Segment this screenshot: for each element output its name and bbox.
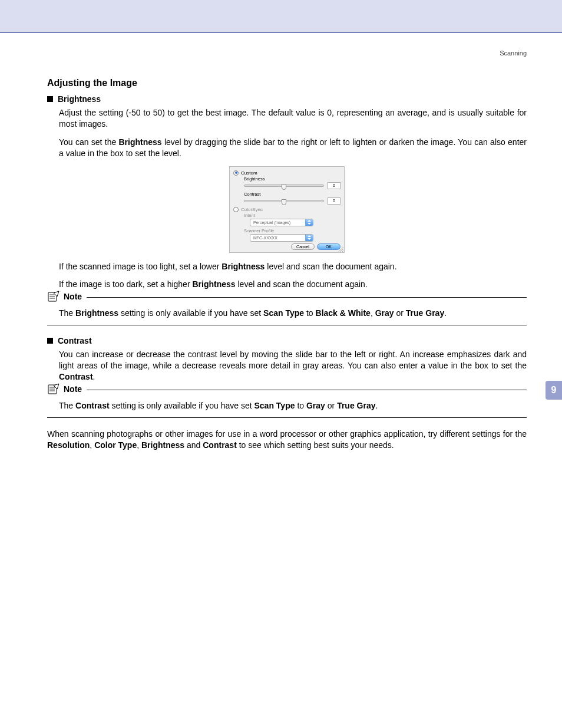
intent-label: Intent [244, 213, 340, 218]
note-icon [47, 291, 60, 302]
bold-text: Contrast [203, 440, 237, 450]
intent-dropdown[interactable]: Perceptual (Images) [250, 219, 313, 226]
contrast-label: Contrast [58, 336, 92, 345]
text: to [295, 401, 306, 410]
slider-thumb-icon [282, 199, 286, 205]
bold-text: True Gray [406, 308, 444, 318]
note-label: Note [64, 384, 82, 394]
note-heading: Note [47, 383, 87, 395]
note-heading: Note [47, 291, 87, 302]
text: , [137, 440, 141, 450]
colorsync-radio-label: ColorSync [241, 207, 263, 212]
scanner-profile-dropdown[interactable]: MFC-XXXXX [250, 234, 313, 242]
scanner-profile-label: Scanner Profile [244, 228, 340, 233]
brightness-label: Brightness [58, 94, 101, 104]
closing-para: When scanning photographs or other image… [47, 429, 527, 451]
note-block-contrast: Note The Contrast setting is only availa… [47, 390, 527, 418]
colorsync-block: Intent Perceptual (Images) Scanner Profi… [233, 213, 340, 242]
adjust-image-dialog: Custom Brightness 0 Contrast 0 [229, 166, 345, 253]
bold-text: True Gray [337, 401, 375, 410]
dropdown-arrow-icon [305, 235, 313, 241]
brightness-slider-label: Brightness [244, 176, 340, 182]
bold-text: Brightness [141, 440, 184, 450]
radio-off-icon [233, 207, 239, 212]
bold-text: Gray [375, 308, 394, 318]
dialog-buttons: Cancel OK [233, 243, 340, 250]
note-icon [47, 383, 60, 395]
brightness-para-4: If the image is too dark, set a higher B… [59, 279, 527, 290]
bold-text: Contrast [75, 401, 110, 410]
brightness-slider[interactable] [244, 185, 324, 187]
square-bullet-icon [47, 96, 53, 102]
bold-text: Contrast [59, 372, 93, 381]
section-heading: Adjusting the Image [47, 78, 527, 88]
brightness-para-3: If the scanned image is too light, set a… [59, 261, 527, 272]
text: . [444, 308, 447, 318]
running-head: Scanning [0, 50, 562, 57]
cancel-button[interactable]: Cancel [291, 243, 315, 250]
note-body-brightness: The Brightness setting is only available… [59, 308, 527, 319]
note-block-brightness: Note The Brightness setting is only avai… [47, 297, 527, 325]
custom-radio-label: Custom [241, 170, 257, 176]
content-area: Adjusting the Image Brightness Adjust th… [0, 78, 562, 451]
text: setting is only available if you have se… [118, 308, 263, 318]
text: level and scan the document again. [265, 262, 396, 271]
bold-text: Brightness [222, 262, 265, 271]
page-wrapper: Scanning Adjusting the Image Brightness … [0, 33, 562, 451]
intent-value: Perceptual (Images) [250, 219, 305, 226]
contrast-slider[interactable] [244, 200, 324, 202]
text: setting is only available if you have se… [110, 401, 254, 410]
brightness-para-2: You can set the Brightness level by drag… [59, 137, 527, 159]
contrast-slider-row: 0 [244, 197, 340, 205]
slider-thumb-icon [282, 184, 286, 190]
text: level and scan the document again. [236, 279, 368, 289]
bold-text: Color Type [94, 440, 137, 450]
bold-text: Black & White [316, 308, 371, 318]
contrast-slider-label: Contrast [244, 192, 340, 197]
text: You can increase or decrease the contras… [59, 350, 527, 370]
text: The [59, 308, 75, 318]
custom-radio-row[interactable]: Custom [233, 170, 340, 176]
square-bullet-icon [47, 338, 53, 344]
bold-text: Scan Type [254, 401, 295, 410]
text: When scanning photographs or other image… [47, 429, 527, 439]
radio-on-icon [233, 170, 239, 176]
dropdown-arrow-icon [305, 219, 313, 226]
dialog-screenshot: Custom Brightness 0 Contrast 0 [47, 166, 527, 253]
bold-text: Brightness [75, 308, 118, 318]
text: If the scanned image is too light, set a… [59, 262, 222, 271]
text: , [90, 440, 94, 450]
ok-button[interactable]: OK [317, 243, 340, 250]
resize-grip-icon [339, 247, 343, 252]
chapter-tab: 9 [546, 381, 562, 400]
text: If the image is too dark, set a higher [59, 279, 192, 289]
contrast-value-input[interactable]: 0 [328, 197, 340, 205]
brightness-slider-section: Brightness 0 Contrast 0 [233, 176, 340, 205]
bold-text: Resolution [47, 440, 90, 450]
note-body-contrast: The Contrast setting is only available i… [59, 400, 527, 411]
brightness-slider-row: 0 [244, 182, 340, 189]
text: The [59, 401, 75, 410]
text: or [394, 308, 406, 318]
contrast-heading: Contrast [47, 336, 527, 345]
bold-text: Brightness [119, 137, 162, 147]
brightness-para-1: Adjust the setting (-50 to 50) to get th… [59, 107, 527, 130]
text: and [184, 440, 203, 450]
document-header-bar [0, 0, 562, 33]
text: . [93, 372, 95, 381]
bold-text: Brightness [192, 279, 235, 289]
text: . [376, 401, 378, 410]
brightness-heading: Brightness [47, 94, 527, 104]
contrast-para-1: You can increase or decrease the contras… [59, 349, 527, 383]
text: , [371, 308, 375, 318]
text: to see which setting best suits your nee… [237, 440, 394, 450]
text: You can set the [59, 137, 119, 147]
bold-text: Scan Type [263, 308, 304, 318]
text: or [325, 401, 337, 410]
scanner-profile-value: MFC-XXXXX [250, 235, 305, 241]
colorsync-radio-row[interactable]: ColorSync [233, 207, 340, 212]
text: to [304, 308, 315, 318]
bold-text: Gray [306, 401, 325, 410]
brightness-value-input[interactable]: 0 [328, 182, 340, 189]
note-label: Note [64, 292, 82, 301]
